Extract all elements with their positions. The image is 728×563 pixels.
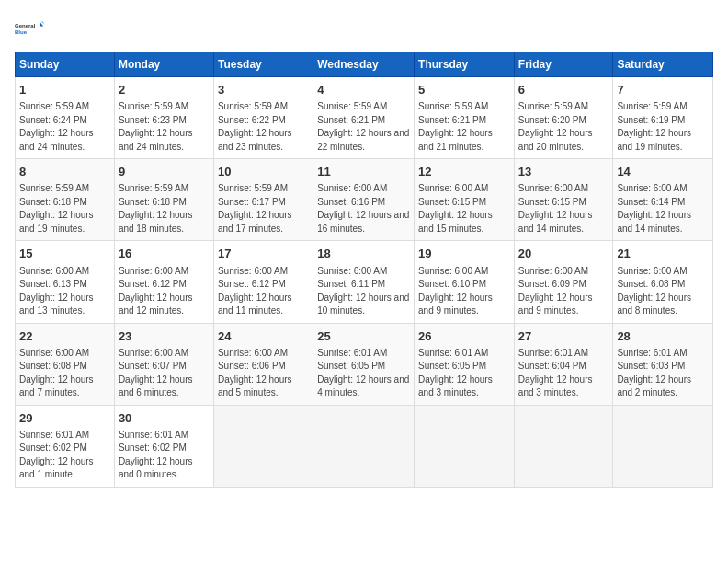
svg-marker-2 bbox=[40, 23, 43, 27]
day-info: Sunrise: 5:59 AMSunset: 6:24 PMDaylight:… bbox=[19, 100, 110, 154]
calendar-cell: 1Sunrise: 5:59 AMSunset: 6:24 PMDaylight… bbox=[16, 77, 115, 159]
calendar-table: SundayMondayTuesdayWednesdayThursdayFrid… bbox=[15, 52, 713, 488]
calendar-cell: 3Sunrise: 5:59 AMSunset: 6:22 PMDaylight… bbox=[213, 77, 313, 159]
day-info: Sunrise: 5:59 AMSunset: 6:17 PMDaylight:… bbox=[218, 182, 309, 236]
day-number: 5 bbox=[418, 82, 510, 98]
day-number: 16 bbox=[119, 246, 210, 262]
weekday-header-saturday: Saturday bbox=[613, 52, 713, 77]
day-info: Sunrise: 5:59 AMSunset: 6:22 PMDaylight:… bbox=[218, 100, 309, 154]
day-number: 29 bbox=[19, 410, 110, 427]
weekday-header-sunday: Sunday bbox=[16, 52, 115, 77]
day-info: Sunrise: 5:59 AMSunset: 6:18 PMDaylight:… bbox=[19, 182, 110, 236]
day-number: 20 bbox=[518, 246, 609, 262]
day-info: Sunrise: 6:00 AMSunset: 6:15 PMDaylight:… bbox=[418, 182, 510, 236]
day-number: 17 bbox=[218, 246, 309, 262]
day-info: Sunrise: 6:00 AMSunset: 6:11 PMDaylight:… bbox=[317, 265, 410, 318]
calendar-cell: 29Sunrise: 6:01 AMSunset: 6:02 PMDayligh… bbox=[16, 405, 115, 487]
calendar-cell: 12Sunrise: 6:00 AMSunset: 6:15 PMDayligh… bbox=[415, 159, 515, 241]
day-number: 26 bbox=[418, 328, 510, 345]
calendar-cell: 26Sunrise: 6:01 AMSunset: 6:05 PMDayligh… bbox=[415, 323, 515, 405]
weekday-header-friday: Friday bbox=[514, 52, 613, 77]
day-number: 23 bbox=[119, 328, 210, 345]
calendar-cell: 13Sunrise: 6:00 AMSunset: 6:15 PMDayligh… bbox=[514, 159, 613, 241]
day-number: 22 bbox=[19, 328, 110, 345]
calendar-cell: 28Sunrise: 6:01 AMSunset: 6:03 PMDayligh… bbox=[613, 323, 713, 405]
logo-icon: General Blue bbox=[15, 15, 44, 44]
svg-text:General: General bbox=[15, 23, 36, 29]
calendar-week-5: 29Sunrise: 6:01 AMSunset: 6:02 PMDayligh… bbox=[16, 405, 713, 487]
day-info: Sunrise: 5:59 AMSunset: 6:19 PMDaylight:… bbox=[617, 100, 709, 154]
day-info: Sunrise: 6:00 AMSunset: 6:06 PMDaylight:… bbox=[218, 347, 309, 400]
day-number: 2 bbox=[119, 82, 210, 98]
day-number: 18 bbox=[317, 246, 410, 262]
calendar-cell: 6Sunrise: 5:59 AMSunset: 6:20 PMDaylight… bbox=[514, 77, 613, 159]
day-number: 6 bbox=[518, 82, 609, 98]
calendar-week-2: 8Sunrise: 5:59 AMSunset: 6:18 PMDaylight… bbox=[16, 159, 713, 241]
calendar-cell bbox=[514, 405, 613, 487]
calendar-cell: 25Sunrise: 6:01 AMSunset: 6:05 PMDayligh… bbox=[313, 323, 415, 405]
day-number: 9 bbox=[119, 164, 210, 180]
day-info: Sunrise: 5:59 AMSunset: 6:20 PMDaylight:… bbox=[518, 100, 609, 154]
calendar-cell: 4Sunrise: 5:59 AMSunset: 6:21 PMDaylight… bbox=[313, 77, 415, 159]
day-number: 19 bbox=[418, 246, 510, 262]
calendar-cell: 10Sunrise: 5:59 AMSunset: 6:17 PMDayligh… bbox=[213, 159, 313, 241]
day-number: 10 bbox=[218, 164, 309, 180]
calendar-week-3: 15Sunrise: 6:00 AMSunset: 6:13 PMDayligh… bbox=[16, 241, 713, 323]
calendar-cell: 19Sunrise: 6:00 AMSunset: 6:10 PMDayligh… bbox=[415, 241, 515, 323]
calendar-cell: 11Sunrise: 6:00 AMSunset: 6:16 PMDayligh… bbox=[313, 159, 415, 241]
calendar-cell: 18Sunrise: 6:00 AMSunset: 6:11 PMDayligh… bbox=[313, 241, 415, 323]
day-info: Sunrise: 6:00 AMSunset: 6:12 PMDaylight:… bbox=[119, 265, 210, 318]
day-number: 14 bbox=[617, 164, 709, 180]
day-info: Sunrise: 6:01 AMSunset: 6:04 PMDaylight:… bbox=[518, 347, 609, 400]
day-info: Sunrise: 6:01 AMSunset: 6:02 PMDaylight:… bbox=[119, 429, 210, 482]
calendar-cell: 5Sunrise: 5:59 AMSunset: 6:21 PMDaylight… bbox=[415, 77, 515, 159]
day-info: Sunrise: 6:00 AMSunset: 6:13 PMDaylight:… bbox=[19, 265, 110, 318]
calendar-cell: 23Sunrise: 6:00 AMSunset: 6:07 PMDayligh… bbox=[114, 323, 213, 405]
calendar-cell: 7Sunrise: 5:59 AMSunset: 6:19 PMDaylight… bbox=[613, 77, 713, 159]
day-info: Sunrise: 5:59 AMSunset: 6:21 PMDaylight:… bbox=[317, 100, 410, 154]
day-info: Sunrise: 5:59 AMSunset: 6:23 PMDaylight:… bbox=[119, 100, 210, 154]
day-info: Sunrise: 5:59 AMSunset: 6:18 PMDaylight:… bbox=[119, 182, 210, 236]
day-info: Sunrise: 6:00 AMSunset: 6:16 PMDaylight:… bbox=[317, 182, 410, 236]
day-info: Sunrise: 6:01 AMSunset: 6:02 PMDaylight:… bbox=[19, 429, 110, 482]
weekday-header-tuesday: Tuesday bbox=[213, 52, 313, 77]
page-header: General Blue bbox=[15, 15, 713, 44]
calendar-cell: 24Sunrise: 6:00 AMSunset: 6:06 PMDayligh… bbox=[213, 323, 313, 405]
weekday-header-thursday: Thursday bbox=[415, 52, 515, 77]
day-number: 12 bbox=[418, 164, 510, 180]
calendar-cell bbox=[313, 405, 415, 487]
day-number: 15 bbox=[19, 246, 110, 262]
calendar-cell: 8Sunrise: 5:59 AMSunset: 6:18 PMDaylight… bbox=[16, 159, 115, 241]
svg-text:Blue: Blue bbox=[15, 29, 28, 35]
day-number: 27 bbox=[518, 328, 609, 345]
day-number: 11 bbox=[317, 164, 410, 180]
day-info: Sunrise: 6:01 AMSunset: 6:05 PMDaylight:… bbox=[317, 347, 410, 400]
day-info: Sunrise: 6:01 AMSunset: 6:05 PMDaylight:… bbox=[418, 347, 510, 400]
day-number: 13 bbox=[518, 164, 609, 180]
day-info: Sunrise: 6:01 AMSunset: 6:03 PMDaylight:… bbox=[617, 347, 709, 400]
day-number: 25 bbox=[317, 328, 410, 345]
day-info: Sunrise: 6:00 AMSunset: 6:08 PMDaylight:… bbox=[19, 347, 110, 400]
day-info: Sunrise: 6:00 AMSunset: 6:10 PMDaylight:… bbox=[418, 265, 510, 318]
calendar-cell: 30Sunrise: 6:01 AMSunset: 6:02 PMDayligh… bbox=[114, 405, 213, 487]
calendar-cell: 20Sunrise: 6:00 AMSunset: 6:09 PMDayligh… bbox=[514, 241, 613, 323]
day-info: Sunrise: 6:00 AMSunset: 6:08 PMDaylight:… bbox=[617, 265, 709, 318]
calendar-cell: 21Sunrise: 6:00 AMSunset: 6:08 PMDayligh… bbox=[613, 241, 713, 323]
calendar-cell: 27Sunrise: 6:01 AMSunset: 6:04 PMDayligh… bbox=[514, 323, 613, 405]
calendar-cell: 2Sunrise: 5:59 AMSunset: 6:23 PMDaylight… bbox=[114, 77, 213, 159]
weekday-header-row: SundayMondayTuesdayWednesdayThursdayFrid… bbox=[16, 52, 713, 77]
day-number: 24 bbox=[218, 328, 309, 345]
calendar-cell: 14Sunrise: 6:00 AMSunset: 6:14 PMDayligh… bbox=[613, 159, 713, 241]
calendar-cell bbox=[213, 405, 313, 487]
calendar-cell bbox=[613, 405, 713, 487]
day-number: 1 bbox=[19, 82, 110, 98]
day-info: Sunrise: 6:00 AMSunset: 6:14 PMDaylight:… bbox=[617, 182, 709, 236]
day-number: 7 bbox=[617, 82, 709, 98]
day-number: 8 bbox=[19, 164, 110, 180]
calendar-week-1: 1Sunrise: 5:59 AMSunset: 6:24 PMDaylight… bbox=[16, 77, 713, 159]
calendar-week-4: 22Sunrise: 6:00 AMSunset: 6:08 PMDayligh… bbox=[16, 323, 713, 405]
logo: General Blue bbox=[15, 15, 44, 44]
day-info: Sunrise: 6:00 AMSunset: 6:09 PMDaylight:… bbox=[518, 265, 609, 318]
calendar-cell: 9Sunrise: 5:59 AMSunset: 6:18 PMDaylight… bbox=[114, 159, 213, 241]
calendar-cell: 17Sunrise: 6:00 AMSunset: 6:12 PMDayligh… bbox=[213, 241, 313, 323]
